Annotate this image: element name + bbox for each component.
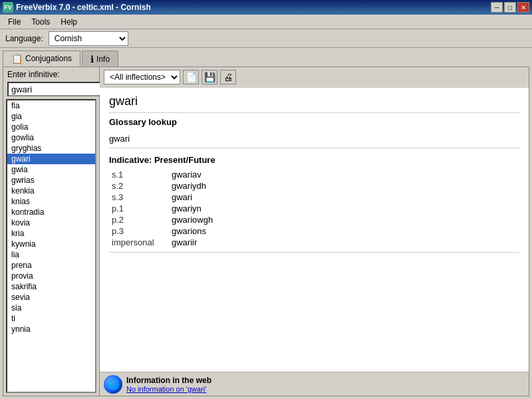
conjugation-form: gwarions [169, 225, 519, 237]
web-info-text: Information in the web No information on… [126, 376, 211, 393]
conjugation-form: gwariowgh [169, 214, 519, 225]
list-item[interactable]: gwrias [7, 175, 95, 186]
person-label: s.2 [109, 180, 169, 192]
table-row: s.1 gwariav [109, 169, 519, 180]
person-label: s.1 [109, 169, 169, 180]
person-label: p.1 [109, 203, 169, 214]
glossary-value: gwari [109, 134, 519, 144]
conjugation-form: gwariav [169, 169, 519, 180]
language-select[interactable]: Cornish [49, 31, 128, 46]
list-item[interactable]: sia [7, 303, 95, 313]
list-item[interactable]: kenkia [7, 186, 95, 196]
tab-conjugations-label: Conjugations [25, 54, 72, 63]
menu-file[interactable]: File [3, 16, 26, 28]
list-item[interactable]: kovia [7, 217, 95, 228]
table-row: impersonal gwariir [109, 237, 519, 248]
list-item[interactable]: provia [7, 271, 95, 281]
separator [109, 252, 519, 253]
infinitive-input-row: ▶ [3, 80, 99, 99]
infinitive-label: Enter infinitive: [3, 67, 99, 80]
web-info-title: Information in the web [126, 376, 211, 385]
content-area: Enter infinitive: ▶ fia gia golia gowlia… [3, 66, 529, 396]
verb-title: gwari [109, 94, 519, 108]
conjugation-form: gwariir [169, 237, 519, 248]
list-item[interactable]: gryghias [7, 143, 95, 154]
verb-content: gwari Glossary lookup gwari Indicative: … [100, 88, 529, 372]
glossary-heading: Glossary lookup [109, 117, 519, 127]
close-button[interactable]: ✕ [517, 2, 529, 13]
list-item[interactable]: fia [7, 100, 95, 111]
list-item[interactable]: kywnia [7, 239, 95, 249]
list-item[interactable]: ti [7, 313, 95, 324]
right-panel: <All inflections> 📄 💾 🖨 gwari Glossary l… [100, 67, 529, 396]
word-list: fia gia golia gowlia gryghias gwari gwia… [6, 99, 96, 393]
conjugation-form: gwari [169, 192, 519, 203]
list-item[interactable]: sakrifia [7, 281, 95, 292]
main-content: 📋 Conjugations ℹ Info Enter infinitive: … [0, 48, 532, 399]
title-text: FreeVerbix 7.0 - celtic.xml - Cornish [16, 3, 151, 12]
print-button[interactable]: 🖨 [220, 70, 236, 84]
conjugation-form: gwariydh [169, 180, 519, 192]
app-icon: FV [3, 2, 13, 13]
separator [109, 148, 519, 148]
table-row: s.3 gwari [109, 192, 519, 203]
left-panel: Enter infinitive: ▶ fia gia golia gowlia… [3, 67, 100, 396]
indicative-heading: Indicative: Present/Future [109, 155, 519, 165]
list-item[interactable]: kontradia [7, 207, 95, 217]
conjugation-form: gwariyn [169, 203, 519, 214]
list-item[interactable]: golia [7, 122, 95, 132]
menu-bar: File Tools Help [0, 15, 532, 29]
table-row: s.2 gwariydh [109, 180, 519, 192]
globe-icon: 🌐 [104, 375, 122, 394]
table-row: p.3 gwarions [109, 225, 519, 237]
minimize-button[interactable]: ─ [491, 2, 503, 13]
language-bar: Language: Cornish [0, 29, 532, 48]
list-item[interactable]: kria [7, 228, 95, 239]
table-row: p.2 gwariowgh [109, 214, 519, 225]
list-item[interactable]: knias [7, 196, 95, 207]
inflection-select[interactable]: <All inflections> [104, 70, 180, 84]
tab-info[interactable]: ℹ Info [82, 51, 118, 66]
tabs-bar: 📋 Conjugations ℹ Info [3, 51, 529, 66]
right-toolbar: <All inflections> 📄 💾 🖨 [100, 67, 529, 88]
separator [109, 112, 519, 113]
person-label: p.2 [109, 214, 169, 225]
menu-help[interactable]: Help [55, 16, 82, 28]
list-item[interactable]: ynnia [7, 324, 95, 334]
save-button[interactable]: 💾 [201, 70, 217, 84]
list-item[interactable]: gwia [7, 164, 95, 175]
list-item[interactable]: sevia [7, 292, 95, 303]
web-info-bar: 🌐 Information in the web No information … [100, 372, 529, 396]
menu-tools[interactable]: Tools [26, 16, 55, 28]
person-label: s.3 [109, 192, 169, 203]
person-label: p.3 [109, 225, 169, 237]
list-item-selected[interactable]: gwari [7, 154, 95, 164]
maximize-button[interactable]: □ [504, 2, 516, 13]
conjugations-icon: 📋 [11, 53, 23, 64]
list-item[interactable]: gia [7, 111, 95, 122]
table-row: p.1 gwariyn [109, 203, 519, 214]
list-item[interactable]: prena [7, 260, 95, 271]
title-bar: FV FreeVerbix 7.0 - celtic.xml - Cornish… [0, 0, 532, 15]
tab-conjugations[interactable]: 📋 Conjugations [3, 51, 80, 66]
conjugation-table: s.1 gwariav s.2 gwariydh s.3 gwari p.1 g… [109, 169, 519, 248]
title-buttons: ─ □ ✕ [491, 2, 529, 13]
person-label: impersonal [109, 237, 169, 248]
info-icon: ℹ [90, 54, 94, 65]
language-label: Language: [5, 34, 43, 43]
web-info-link[interactable]: No information on 'gwari' [126, 385, 211, 393]
list-item[interactable]: lia [7, 249, 95, 260]
tab-info-label: Info [96, 55, 110, 64]
copy-button[interactable]: 📄 [183, 70, 199, 84]
list-item[interactable]: gowlia [7, 132, 95, 143]
